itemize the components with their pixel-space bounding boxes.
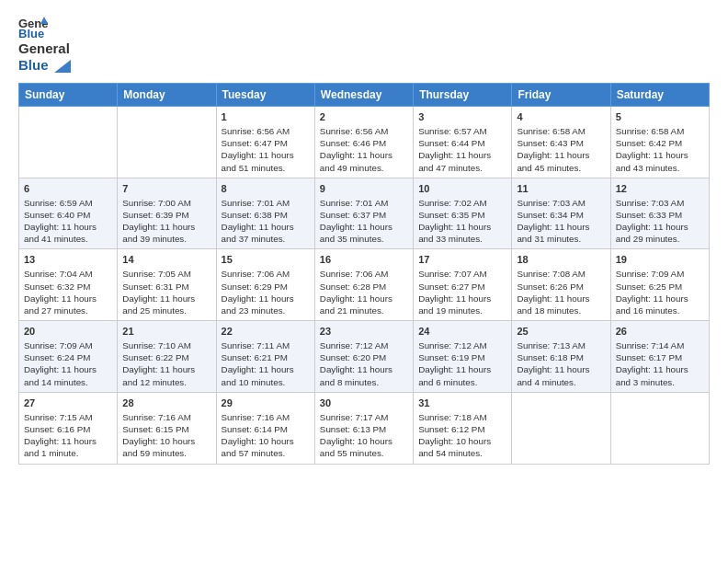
day-number: 17 (418, 253, 506, 267)
day-number: 22 (222, 325, 310, 339)
day-detail: Sunrise: 7:16 AM Sunset: 6:15 PM Dayligh… (122, 411, 210, 460)
day-detail: Sunrise: 6:57 AM Sunset: 6:44 PM Dayligh… (418, 125, 506, 174)
column-header-monday: Monday (118, 84, 216, 107)
day-number: 9 (320, 182, 408, 196)
day-detail: Sunrise: 7:12 AM Sunset: 6:19 PM Dayligh… (418, 339, 506, 388)
calendar-cell: 13Sunrise: 7:04 AM Sunset: 6:32 PM Dayli… (19, 249, 118, 321)
day-number: 16 (320, 253, 408, 267)
day-detail: Sunrise: 7:10 AM Sunset: 6:22 PM Dayligh… (122, 339, 210, 388)
calendar-cell: 12Sunrise: 7:03 AM Sunset: 6:33 PM Dayli… (610, 178, 709, 249)
column-header-tuesday: Tuesday (216, 84, 314, 107)
calendar-header-row: SundayMondayTuesdayWednesdayThursdayFrid… (19, 84, 710, 107)
calendar-cell: 5Sunrise: 6:58 AM Sunset: 6:42 PM Daylig… (610, 107, 709, 178)
calendar-cell: 29Sunrise: 7:16 AM Sunset: 6:14 PM Dayli… (216, 392, 314, 464)
day-number: 25 (517, 325, 605, 339)
calendar-week-row: 13Sunrise: 7:04 AM Sunset: 6:32 PM Dayli… (19, 249, 710, 321)
day-detail: Sunrise: 7:00 AM Sunset: 6:39 PM Dayligh… (122, 197, 210, 246)
day-number: 31 (418, 396, 506, 410)
calendar-cell: 19Sunrise: 7:09 AM Sunset: 6:25 PM Dayli… (610, 249, 709, 321)
day-detail: Sunrise: 7:09 AM Sunset: 6:25 PM Dayligh… (616, 268, 704, 316)
calendar-cell: 9Sunrise: 7:01 AM Sunset: 6:37 PM Daylig… (314, 178, 413, 249)
calendar-cell: 16Sunrise: 7:06 AM Sunset: 6:28 PM Dayli… (314, 249, 413, 321)
day-number: 24 (418, 325, 506, 339)
day-number: 6 (24, 182, 112, 196)
column-header-wednesday: Wednesday (314, 84, 413, 107)
day-number: 7 (122, 182, 210, 196)
calendar-cell: 10Sunrise: 7:02 AM Sunset: 6:35 PM Dayli… (414, 178, 512, 249)
page: General Blue General Blue SundayMond (0, 0, 728, 563)
day-detail: Sunrise: 7:02 AM Sunset: 6:35 PM Dayligh… (418, 197, 506, 246)
calendar-week-row: 6Sunrise: 6:59 AM Sunset: 6:40 PM Daylig… (19, 178, 710, 249)
day-detail: Sunrise: 7:03 AM Sunset: 6:33 PM Dayligh… (616, 197, 704, 246)
day-number: 4 (517, 110, 605, 124)
day-detail: Sunrise: 6:58 AM Sunset: 6:43 PM Dayligh… (517, 125, 605, 174)
day-number: 14 (122, 253, 210, 267)
day-detail: Sunrise: 7:08 AM Sunset: 6:26 PM Dayligh… (517, 268, 605, 316)
calendar-cell: 26Sunrise: 7:14 AM Sunset: 6:17 PM Dayli… (610, 321, 709, 393)
day-detail: Sunrise: 7:09 AM Sunset: 6:24 PM Dayligh… (24, 339, 112, 388)
calendar-week-row: 20Sunrise: 7:09 AM Sunset: 6:24 PM Dayli… (19, 321, 710, 393)
calendar-cell: 2Sunrise: 6:56 AM Sunset: 6:46 PM Daylig… (314, 107, 413, 178)
calendar-cell: 4Sunrise: 6:58 AM Sunset: 6:43 PM Daylig… (512, 107, 610, 178)
day-detail: Sunrise: 7:14 AM Sunset: 6:17 PM Dayligh… (616, 339, 704, 388)
day-detail: Sunrise: 6:58 AM Sunset: 6:42 PM Dayligh… (616, 125, 704, 174)
day-number: 10 (418, 182, 506, 196)
svg-text:Blue: Blue (18, 27, 44, 39)
calendar-cell: 30Sunrise: 7:17 AM Sunset: 6:13 PM Dayli… (314, 392, 413, 464)
day-number: 1 (222, 110, 310, 124)
day-detail: Sunrise: 7:04 AM Sunset: 6:32 PM Dayligh… (24, 268, 112, 316)
day-number: 15 (222, 253, 310, 267)
day-number: 3 (418, 110, 506, 124)
calendar-cell: 28Sunrise: 7:16 AM Sunset: 6:15 PM Dayli… (118, 392, 216, 464)
day-number: 29 (222, 396, 310, 410)
calendar-cell: 3Sunrise: 6:57 AM Sunset: 6:44 PM Daylig… (414, 107, 512, 178)
calendar-cell: 8Sunrise: 7:01 AM Sunset: 6:38 PM Daylig… (216, 178, 314, 249)
day-number: 12 (616, 182, 704, 196)
day-number: 20 (24, 325, 112, 339)
day-detail: Sunrise: 6:59 AM Sunset: 6:40 PM Dayligh… (24, 197, 112, 246)
day-number: 18 (517, 253, 605, 267)
column-header-sunday: Sunday (19, 84, 118, 107)
day-detail: Sunrise: 7:11 AM Sunset: 6:21 PM Dayligh… (222, 339, 310, 388)
calendar-cell (610, 392, 709, 464)
calendar-cell: 21Sunrise: 7:10 AM Sunset: 6:22 PM Dayli… (118, 321, 216, 393)
header: General Blue General Blue (18, 15, 710, 74)
calendar-cell: 25Sunrise: 7:13 AM Sunset: 6:18 PM Dayli… (512, 321, 610, 393)
calendar-week-row: 1Sunrise: 6:56 AM Sunset: 6:47 PM Daylig… (19, 107, 710, 178)
day-detail: Sunrise: 7:18 AM Sunset: 6:12 PM Dayligh… (418, 411, 506, 460)
day-detail: Sunrise: 7:15 AM Sunset: 6:16 PM Dayligh… (24, 411, 112, 460)
day-detail: Sunrise: 7:06 AM Sunset: 6:28 PM Dayligh… (320, 268, 408, 316)
day-detail: Sunrise: 7:03 AM Sunset: 6:34 PM Dayligh… (517, 197, 605, 246)
day-number: 11 (517, 182, 605, 196)
column-header-saturday: Saturday (610, 84, 709, 107)
calendar-cell: 11Sunrise: 7:03 AM Sunset: 6:34 PM Dayli… (512, 178, 610, 249)
calendar-cell (19, 107, 118, 178)
day-detail: Sunrise: 6:56 AM Sunset: 6:47 PM Dayligh… (222, 125, 310, 174)
day-number: 28 (122, 396, 210, 410)
logo-general: General (18, 40, 70, 56)
day-number: 2 (320, 110, 408, 124)
calendar-cell: 6Sunrise: 6:59 AM Sunset: 6:40 PM Daylig… (19, 178, 118, 249)
day-detail: Sunrise: 7:06 AM Sunset: 6:29 PM Dayligh… (222, 268, 310, 316)
calendar-cell (512, 392, 610, 464)
calendar-cell: 27Sunrise: 7:15 AM Sunset: 6:16 PM Dayli… (19, 392, 118, 464)
logo-triangle-icon (54, 60, 71, 73)
day-detail: Sunrise: 7:01 AM Sunset: 6:37 PM Dayligh… (320, 197, 408, 246)
day-detail: Sunrise: 7:17 AM Sunset: 6:13 PM Dayligh… (320, 411, 408, 460)
logo-icon: General Blue (18, 15, 48, 39)
column-header-friday: Friday (512, 84, 610, 107)
day-number: 30 (320, 396, 408, 410)
logo-blue: Blue (18, 57, 49, 73)
day-detail: Sunrise: 7:05 AM Sunset: 6:31 PM Dayligh… (122, 268, 210, 316)
calendar-week-row: 27Sunrise: 7:15 AM Sunset: 6:16 PM Dayli… (19, 392, 710, 464)
calendar-cell: 1Sunrise: 6:56 AM Sunset: 6:47 PM Daylig… (216, 107, 314, 178)
day-number: 13 (24, 253, 112, 267)
logo: General Blue General Blue (18, 15, 71, 74)
day-detail: Sunrise: 7:13 AM Sunset: 6:18 PM Dayligh… (517, 339, 605, 388)
day-number: 5 (616, 110, 704, 124)
calendar-cell: 15Sunrise: 7:06 AM Sunset: 6:29 PM Dayli… (216, 249, 314, 321)
day-detail: Sunrise: 7:12 AM Sunset: 6:20 PM Dayligh… (320, 339, 408, 388)
day-detail: Sunrise: 6:56 AM Sunset: 6:46 PM Dayligh… (320, 125, 408, 174)
calendar-cell: 20Sunrise: 7:09 AM Sunset: 6:24 PM Dayli… (19, 321, 118, 393)
day-detail: Sunrise: 7:16 AM Sunset: 6:14 PM Dayligh… (222, 411, 310, 460)
